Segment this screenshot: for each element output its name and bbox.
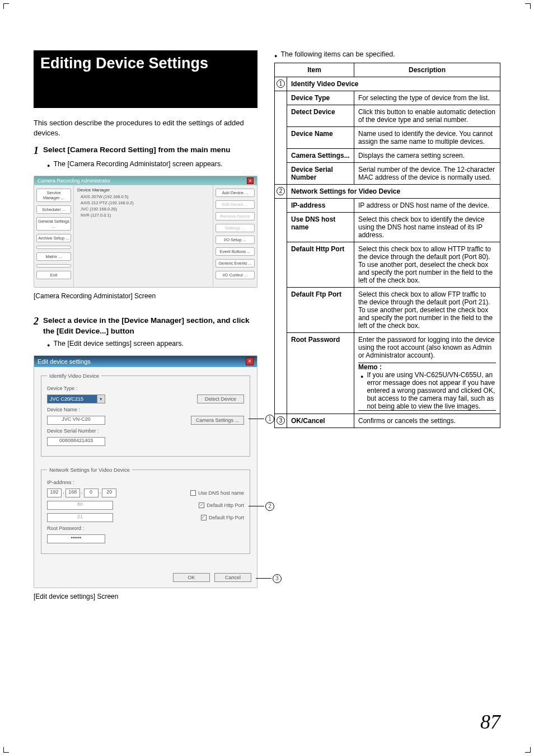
- admin-left-buttons: Service Manager ... Scheduler ... Genera…: [34, 185, 73, 287]
- crop-mark: [522, 3, 531, 12]
- http-port-input[interactable]: 80: [47, 501, 113, 510]
- row-label: Detect Device: [287, 105, 354, 127]
- use-dns-checkbox[interactable]: Use DNS host name: [190, 490, 244, 496]
- row-label: Use DNS host name: [287, 213, 354, 242]
- empty-cell: [275, 199, 287, 414]
- callout-number: 2: [265, 502, 274, 511]
- intro-text: This section describe the procedures to …: [34, 118, 257, 138]
- default-ftp-checkbox[interactable]: ✓Default Ftp Port: [201, 515, 244, 520]
- memo-title: Memo :: [358, 363, 496, 371]
- ip-address-input[interactable]: 192. 168. 0. 20: [47, 489, 116, 497]
- ip-seg[interactable]: 20: [102, 489, 116, 497]
- matrix-button[interactable]: Matrix ...: [36, 252, 71, 261]
- section-number: 1: [277, 79, 285, 88]
- page-number: 87: [480, 710, 500, 734]
- general-settings-button[interactable]: General Settings ...: [36, 217, 71, 231]
- tree-item[interactable]: AXIS 207W (192.168.0.5): [81, 194, 209, 200]
- screenshot-edit-device: Edit device settings × Identify Video De…: [34, 355, 257, 588]
- device-manager-panel: Device Manager AXIS 207W (192.168.0.5) A…: [73, 185, 213, 287]
- bullet-text: The [Edit device settings] screen appear…: [53, 340, 184, 348]
- step-1-bullet: The [Camera Recording Administator] scre…: [47, 160, 257, 168]
- callout-1: 1: [249, 415, 274, 424]
- row-desc: For selecting the type of device from th…: [354, 91, 500, 105]
- screenshot-caption: [Edit device settings] Screen: [34, 593, 257, 600]
- row-label: Device Name: [287, 127, 354, 149]
- row-label: Default Ftp Port: [287, 288, 354, 333]
- event-buttons-button[interactable]: Event Buttons ...: [216, 247, 255, 256]
- disabled-button: [36, 264, 71, 267]
- bullet-text: The [Camera Recording Administator] scre…: [53, 160, 222, 168]
- row-label: Device Type: [287, 91, 354, 105]
- device-manager-label: Device Manager: [77, 187, 209, 192]
- bullet-icon: [47, 340, 50, 348]
- ftp-port-input[interactable]: 21: [47, 513, 113, 522]
- tree-item[interactable]: AXIS 212 PTZ (192.168.0.2): [81, 200, 209, 206]
- device-name-input[interactable]: JVC VN-C20: [47, 416, 105, 425]
- root-desc-text: Enter the password for logging into the …: [358, 336, 494, 359]
- io-control-button[interactable]: I/O Control ...: [216, 271, 255, 279]
- row-label: Default Http Port: [287, 242, 354, 288]
- tree-item[interactable]: NVR (127.0.0.1): [81, 212, 209, 218]
- row-desc: Displays the camera setting screen.: [354, 149, 500, 163]
- exit-button[interactable]: Exit: [36, 271, 71, 279]
- row-desc: Name used to identify the device. You ca…: [354, 127, 500, 149]
- memo-block: Memo : If you are using VN-C625U/VN-C655…: [358, 363, 496, 411]
- root-password-label: Root Password :: [47, 525, 244, 531]
- detect-device-button[interactable]: Detect Device: [197, 395, 244, 403]
- archive-setup-button[interactable]: Archive Setup ...: [36, 234, 71, 242]
- device-serial-label: Device Serial Number :: [47, 428, 244, 434]
- step-text: Select [Camera Record Setting] from the …: [43, 145, 231, 157]
- row-desc: Click this button to enable automatic de…: [354, 105, 500, 127]
- bullet-icon: [274, 50, 277, 58]
- row-desc: IP address or DNS host name of the devic…: [354, 199, 500, 213]
- settings-button[interactable]: Settings ...: [216, 224, 255, 232]
- default-http-checkbox[interactable]: ✓Default Http Port: [199, 503, 244, 508]
- ip-seg[interactable]: 192: [47, 489, 62, 497]
- tree-item[interactable]: JVC (192.168.0.20): [81, 206, 209, 212]
- ip-seg[interactable]: 0: [84, 489, 99, 497]
- group-legend: Network Settings for Video Device: [47, 467, 132, 473]
- cancel-button[interactable]: Cancel: [214, 573, 251, 582]
- device-name-label: Device Name :: [47, 407, 244, 412]
- checkbox-label: Default Ftp Port: [209, 515, 244, 520]
- io-setup-button[interactable]: I/O Setup ...: [216, 236, 255, 244]
- disabled-button: [36, 246, 71, 249]
- memo-text: If you are using VN-C625U/VN-C655U, an e…: [367, 371, 496, 410]
- device-type-select[interactable]: JVC C20/C215 ▾: [47, 395, 105, 403]
- checkbox-label: Use DNS host name: [198, 490, 244, 496]
- th-item: Item: [275, 63, 354, 77]
- bullet-icon: [360, 371, 363, 410]
- add-device-button[interactable]: Add Device ...: [216, 189, 255, 197]
- section-title: Network Settings for Video Device: [287, 185, 500, 199]
- row-desc: Serial number of the device. The 12-char…: [354, 163, 500, 185]
- window-titlebar: Camera Recording Administrator ×: [34, 176, 257, 185]
- section-num-cell: 1: [275, 77, 287, 91]
- remove-device-button[interactable]: Remove Device: [216, 212, 255, 220]
- edit-device-button[interactable]: Edit Device ...: [216, 200, 255, 209]
- row-desc: Select this check box to allow HTTP traf…: [354, 242, 500, 288]
- root-password-input[interactable]: ••••••: [47, 534, 105, 543]
- device-type-label: Device Type :: [47, 386, 244, 391]
- section-number: 2: [277, 187, 285, 195]
- row-label: Camera Settings...: [287, 149, 354, 163]
- row-desc: Select this check box to identify the de…: [354, 213, 500, 242]
- ip-seg[interactable]: 168: [65, 489, 80, 497]
- bullet-icon: [47, 160, 50, 168]
- lead-text: The following items can be specified.: [280, 50, 395, 58]
- step-number: 1: [34, 145, 39, 157]
- close-icon[interactable]: ×: [246, 358, 254, 365]
- callout-number: 1: [265, 415, 274, 424]
- step-number: 2: [34, 316, 39, 336]
- checkbox-label: Default Http Port: [207, 503, 244, 508]
- ok-button[interactable]: OK: [173, 573, 210, 582]
- step-2: 2 Select a device in the [Device Manager…: [34, 316, 257, 336]
- camera-settings-button[interactable]: Camera Settings ...: [191, 416, 244, 425]
- scheduler-button[interactable]: Scheduler ...: [36, 205, 71, 214]
- close-icon[interactable]: ×: [247, 177, 254, 184]
- page: Editing Device Settings This section des…: [0, 0, 534, 756]
- device-serial-input[interactable]: 008088421403: [47, 437, 105, 446]
- section-title: Identify Video Device: [287, 77, 500, 91]
- device-type-value: JVC C20/C215: [47, 395, 97, 403]
- service-manager-button[interactable]: Service Manager ...: [36, 189, 71, 202]
- generic-events-button[interactable]: Generic Events ...: [216, 259, 255, 267]
